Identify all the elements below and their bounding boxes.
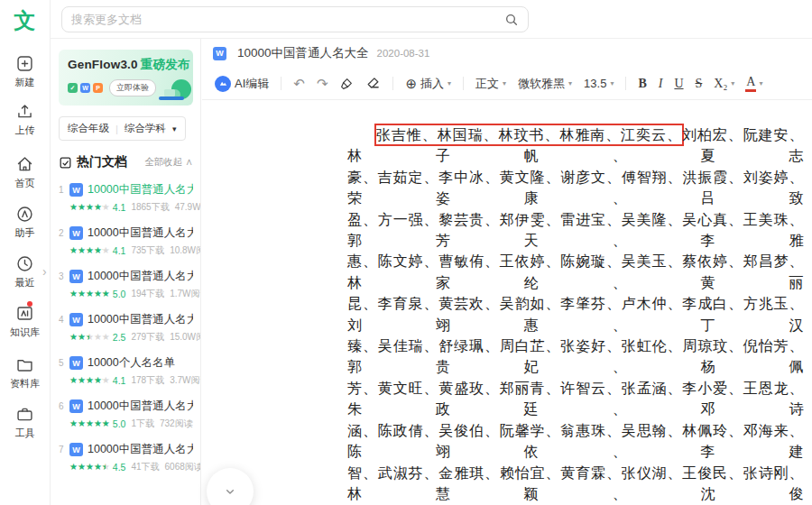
clock-icon xyxy=(15,254,34,273)
assistant-icon xyxy=(15,205,34,224)
strikethrough-button[interactable]: S xyxy=(696,77,703,91)
document-date: 2020-08-31 xyxy=(377,48,430,59)
collapse-all-link[interactable]: 全部收起 ∧ xyxy=(144,156,193,169)
star-rating: ★★★★★★★★★★ xyxy=(69,246,110,255)
promo-banner[interactable]: GenFlow3.0重磅发布 ✓ W P 立即体验 xyxy=(59,50,193,106)
doc-line[interactable]: 惠、陈文婷、曹敏侑、王依婷、陈婉璇、吴美玉、蔡依婷、郑昌梦、林家纶、黄丽 xyxy=(347,251,804,293)
search-input[interactable] xyxy=(71,13,504,26)
panel-expand-handle[interactable]: › xyxy=(42,264,47,279)
hot-doc-item[interactable]: 5W10000个人名名单★★★★★★★★★★4.1178下载3.7W阅读 xyxy=(59,355,193,387)
hot-doc-item[interactable]: 2W10000中国普通人名大全★★★★★★★★★★4.1735下载10.8W阅读 xyxy=(59,225,193,257)
search-box[interactable] xyxy=(61,6,529,32)
sidebar-item-label: 知识库 xyxy=(10,326,40,339)
ai-doc-icon xyxy=(15,304,34,323)
paragraph-style-select[interactable]: 正文 ▾ xyxy=(475,76,506,92)
editor-toolbar: AI编辑 ↶ ↷ ⊕ 插入 ▾ 正文 ▾ 微软雅黑 ▾ 13.5 ▾ B I U… xyxy=(202,68,812,100)
hot-doc-item[interactable]: 6W10000中国普通人名大...★★★★★★★★★★5.01下载732阅读 xyxy=(59,399,193,430)
doc-line[interactable]: 昆、李育泉、黄芸欢、吴韵如、李肇芬、卢木仲、李成白、方兆玉、刘翊惠、丁汉 xyxy=(347,293,804,335)
sidebar-item-home[interactable]: 首页 xyxy=(15,155,35,190)
banner-cta-button[interactable]: 立即体验 xyxy=(109,79,156,96)
sidebar-item-label: 首页 xyxy=(15,177,35,190)
doc-line[interactable]: 芳、黄文旺、黄盛玫、郑丽青、许智云、张孟涵、李小爱、王恩龙、朱政廷、邓诗 xyxy=(347,378,804,420)
filter-bar[interactable]: 综合年级 | 综合学科 ▾ xyxy=(59,116,186,141)
plus-box-icon xyxy=(15,54,34,73)
doc-line[interactable]: 张吉惟、林国瑞、林玟书、林雅南、江奕云、刘柏宏、阮建安、林子帆、夏志 xyxy=(347,124,804,167)
hot-doc-item[interactable]: 4W10000中国普通人名大全★★★★★★★★★★2.5279下载15.0W阅读 xyxy=(59,312,193,344)
font-family-select[interactable]: 微软雅黑 ▾ xyxy=(518,76,572,92)
subscript-button[interactable]: X₂ ▾ xyxy=(714,77,734,91)
hot-docs-icon xyxy=(59,156,72,170)
stars-filled: ★★★★★ xyxy=(69,246,103,255)
format-painter-button[interactable] xyxy=(339,77,354,91)
search-icon[interactable] xyxy=(504,13,519,27)
sidebar-item-toolbox[interactable]: 工具 xyxy=(15,405,35,440)
doc-line[interactable]: 智、武淑芬、金雅琪、赖怡宜、黄育霖、张仪湖、王俊民、张诗刚、林慧颖、沈俊 xyxy=(347,463,804,505)
rank-number: 3 xyxy=(59,271,69,281)
read-count: 47.9W阅读 xyxy=(175,201,201,214)
sidebar-item-label: 最近 xyxy=(15,276,35,289)
hot-docs-header: 热门文档 全部收起 ∧ xyxy=(59,154,193,170)
doc-line[interactable]: 臻、吴佳瑞、舒绿珮、周白芷、张姿好、张虹伦、周琼玟、倪怡芳、郭贵妃、杨佩 xyxy=(347,335,804,378)
star-rating: ★★★★★★★★★★ xyxy=(69,463,110,472)
word-doc-icon: W xyxy=(69,226,83,240)
upload-icon xyxy=(15,102,34,121)
rating-value: 5.0 xyxy=(113,418,126,429)
word-doc-icon: W xyxy=(69,399,83,413)
sidebar-item-plus-box[interactable]: 新建 xyxy=(15,54,35,89)
doc-line[interactable]: 涵、陈政倩、吴俊伯、阮馨学、翁惠珠、吴思翰、林佩玲、邓海来、陈翊依、李建 xyxy=(347,420,804,463)
banner-title: GenFlow3.0重磅发布 xyxy=(68,57,193,73)
hot-doc-item[interactable]: 3W10000中国普通人名大...★★★★★★★★★★5.0194下载1.7W阅… xyxy=(59,269,193,300)
sidebar-item-clock[interactable]: 最近 xyxy=(15,254,35,289)
rank-number: 4 xyxy=(59,315,69,325)
word-doc-icon: W xyxy=(213,47,226,60)
hot-doc-item[interactable]: 1W10000中国普通人名大全★★★★★★★★★★4.11865下载47.9W阅… xyxy=(59,182,193,214)
document-text[interactable]: 张吉惟、林国瑞、林玟书、林雅南、江奕云、刘柏宏、阮建安、林子帆、夏志豪、吉茹定、… xyxy=(347,124,804,505)
redo-button[interactable]: ↷ xyxy=(317,76,328,92)
read-count: 10.8W阅读 xyxy=(170,244,201,257)
undo-button[interactable]: ↶ xyxy=(293,76,305,92)
doc-item-title: 10000中国普通人名大全 xyxy=(88,225,193,241)
ai-edit-button[interactable]: AI编辑 xyxy=(215,76,269,92)
italic-button[interactable]: I xyxy=(659,77,663,91)
app-logo[interactable]: 文 xyxy=(14,7,36,34)
sidebar-item-label: 助手 xyxy=(15,226,35,240)
star-rating: ★★★★★★★★★★ xyxy=(69,333,110,342)
sidebar-nav: 新建上传首页助手最近知识库资料库工具 xyxy=(10,34,40,440)
sidebar-item-assistant[interactable]: 助手 xyxy=(15,205,35,240)
clear-format-button[interactable] xyxy=(365,76,381,91)
sidebar-item-ai-doc[interactable]: 知识库 xyxy=(10,304,40,339)
grade-filter[interactable]: 综合年级 xyxy=(68,122,109,135)
sidebar-item-label: 上传 xyxy=(15,124,35,137)
doc-line[interactable]: 豪、吉茹定、李中冰、黄文隆、谢彦文、傅智翔、洪振霞、刘姿婷、荣姿康、吕致 xyxy=(347,167,804,209)
font-color-button[interactable]: A ▾ xyxy=(746,75,762,92)
sidebar-item-upload[interactable]: 上传 xyxy=(15,102,35,137)
sidebar-item-label: 资料库 xyxy=(10,377,40,390)
caret-down-icon: ▾ xyxy=(759,79,762,87)
document-canvas[interactable]: 张吉惟、林国瑞、林玟书、林雅南、江奕云、刘柏宏、阮建安、林子帆、夏志豪、吉茹定、… xyxy=(202,100,812,505)
bold-button[interactable]: B xyxy=(638,77,646,91)
subject-filter[interactable]: 综合学科 xyxy=(125,122,166,135)
rank-number: 1 xyxy=(59,185,69,195)
read-count: 1.7W阅读 xyxy=(170,288,201,300)
doc-item-title: 10000中国普通人名大... xyxy=(88,399,193,414)
star-rating: ★★★★★★★★★★ xyxy=(69,203,110,212)
underline-button[interactable]: U xyxy=(674,77,683,91)
doc-line[interactable]: 盈、方一强、黎芸贵、郑伊雯、雷进宝、吴美隆、吴心真、王美珠、郭芳天、李雅 xyxy=(347,209,804,252)
rank-number: 2 xyxy=(59,228,69,238)
sidebar-item-folder[interactable]: 资料库 xyxy=(10,355,40,390)
hot-doc-item[interactable]: 7W10000中国普通人名大全★★★★★★★★★★4.541下载6068阅读 xyxy=(59,442,193,473)
font-color-icon: A xyxy=(746,75,755,92)
doc-item-title: 10000中国普通人名大全 xyxy=(88,312,193,327)
format-painter-icon xyxy=(339,77,354,91)
stars-filled: ★★★★★ xyxy=(69,289,110,298)
word-doc-icon: W xyxy=(69,183,83,197)
filter-divider: | xyxy=(115,124,118,134)
toolbar-divider xyxy=(392,77,393,90)
insert-button[interactable]: ⊕ 插入 ▾ xyxy=(405,76,451,92)
font-size-select[interactable]: 13.5 ▾ xyxy=(584,77,614,90)
star-rating: ★★★★★★★★★★ xyxy=(69,376,110,385)
sidebar-item-label: 工具 xyxy=(15,427,35,440)
hot-docs-title: 热门文档 xyxy=(77,154,127,170)
toolbar-divider xyxy=(281,77,281,90)
download-count: 1865下载 xyxy=(131,201,169,214)
